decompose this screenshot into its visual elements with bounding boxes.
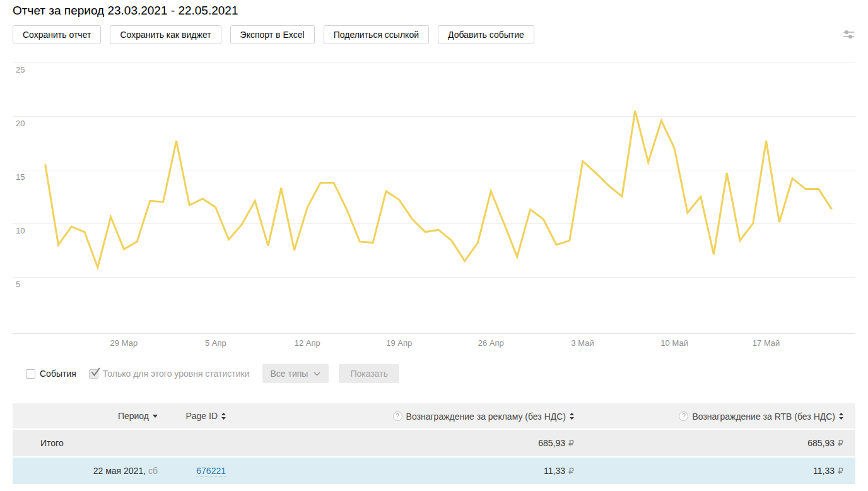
svg-text:25: 25 bbox=[16, 65, 25, 74]
sort-desc-icon bbox=[153, 415, 158, 418]
table-row-date: 22 мая 2021, сб 676221 11,33₽ 11,33₽ bbox=[13, 458, 855, 484]
chart-area: 51015202529 Мар5 Апр12 Апр19 Апр26 Апр3 … bbox=[13, 61, 855, 351]
col-period[interactable]: Период bbox=[13, 403, 158, 429]
sliders-icon[interactable] bbox=[843, 28, 855, 41]
rtb-revenue-cell: 11,33₽ bbox=[574, 458, 855, 484]
report-table: Период Page ID bbox=[13, 402, 855, 485]
svg-text:3 Май: 3 Май bbox=[572, 338, 594, 348]
save-widget-button[interactable]: Сохранить как виджет bbox=[110, 25, 221, 44]
svg-text:12 Апр: 12 Апр bbox=[295, 338, 320, 348]
svg-text:20: 20 bbox=[16, 119, 25, 128]
export-excel-button[interactable]: Экспорт в Excel bbox=[230, 25, 315, 44]
events-checkbox[interactable] bbox=[26, 369, 35, 379]
svg-text:5: 5 bbox=[16, 280, 20, 289]
level-checkbox-label[interactable]: Только для этого уровня статистики bbox=[103, 369, 250, 379]
total-label: Итого bbox=[13, 430, 158, 456]
save-report-button[interactable]: Сохранить отчет bbox=[13, 25, 101, 44]
share-link-button[interactable]: Поделиться ссылкой bbox=[324, 25, 429, 44]
types-dropdown[interactable]: Все типы bbox=[262, 364, 329, 383]
col-rtb-revenue[interactable]: ? Вознаграждение за RTB (без НДС) bbox=[574, 403, 855, 429]
chevron-down-icon bbox=[314, 372, 320, 376]
show-button[interactable]: Показать bbox=[339, 364, 399, 383]
col-page-id[interactable]: Page ID bbox=[158, 403, 226, 429]
filter-controls: События Только для этого уровня статисти… bbox=[26, 364, 855, 383]
ruble-sign: ₽ bbox=[838, 466, 843, 476]
check-icon bbox=[90, 367, 101, 377]
help-icon[interactable]: ? bbox=[393, 411, 402, 421]
svg-text:10 Май: 10 Май bbox=[660, 338, 688, 348]
ruble-sign: ₽ bbox=[568, 466, 574, 476]
table-row-total: Итого 685,93₽ 685,93₽ bbox=[13, 430, 855, 456]
report-page: Отчет за период 23.03.2021 - 22.05.2021 … bbox=[0, 3, 868, 485]
events-checkbox-label[interactable]: События bbox=[40, 369, 76, 379]
ad-revenue-cell: 11,33₽ bbox=[226, 458, 574, 484]
total-ad-revenue-cell: 685,93₽ bbox=[226, 430, 574, 456]
page-title: Отчет за период 23.03.2021 - 22.05.2021 bbox=[13, 3, 855, 18]
sort-updown-icon bbox=[839, 413, 843, 420]
revenue-line-chart: 51015202529 Мар5 Апр12 Апр19 Апр26 Апр3 … bbox=[13, 61, 855, 351]
svg-text:17 Май: 17 Май bbox=[753, 338, 780, 348]
period-cell: 22 мая 2021, сб bbox=[13, 458, 158, 484]
svg-text:10: 10 bbox=[16, 226, 25, 235]
level-checkbox[interactable] bbox=[89, 369, 98, 379]
table-header-row: Период Page ID bbox=[13, 403, 855, 429]
page-id-cell: 676221 bbox=[158, 458, 226, 484]
sort-updown-icon bbox=[221, 413, 226, 420]
svg-text:19 Апр: 19 Апр bbox=[386, 338, 412, 348]
toolbar: Сохранить отчет Сохранить как виджет Экс… bbox=[13, 25, 855, 44]
ruble-sign: ₽ bbox=[838, 438, 843, 448]
col-ad-revenue[interactable]: ? Вознаграждение за рекламу (без НДС) bbox=[226, 403, 574, 429]
svg-text:29 Мар: 29 Мар bbox=[110, 338, 138, 348]
svg-text:5 Апр: 5 Апр bbox=[205, 338, 226, 348]
svg-text:15: 15 bbox=[16, 172, 25, 182]
ruble-sign: ₽ bbox=[568, 438, 574, 448]
total-page-id-cell bbox=[158, 430, 226, 456]
svg-text:26 Апр: 26 Апр bbox=[478, 338, 504, 348]
total-rtb-revenue-cell: 685,93₽ bbox=[574, 430, 855, 456]
page-id-link[interactable]: 676221 bbox=[196, 466, 226, 476]
add-event-button[interactable]: Добавить событие bbox=[438, 25, 534, 44]
help-icon[interactable]: ? bbox=[679, 411, 688, 421]
sort-updown-icon bbox=[570, 413, 574, 420]
